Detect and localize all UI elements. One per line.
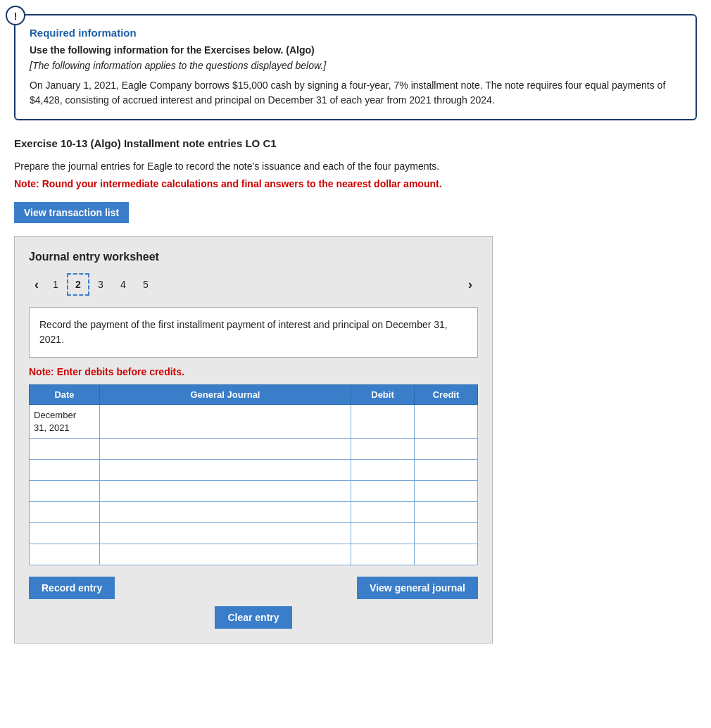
date-cell: December 31, 2021 <box>30 405 100 439</box>
debit-input[interactable] <box>356 465 410 475</box>
journal-input[interactable] <box>104 507 346 517</box>
info-box: ! Required information Use the following… <box>14 14 697 120</box>
entry-note: Note: Enter debits before credits. <box>29 366 478 377</box>
debit-cell[interactable] <box>351 481 415 502</box>
tab-1[interactable]: 1 <box>44 273 67 296</box>
table-row <box>30 481 478 502</box>
info-box-italic: [The following information applies to th… <box>30 60 681 71</box>
journal-cell[interactable] <box>100 481 351 502</box>
tab-5[interactable]: 5 <box>134 273 157 296</box>
debit-input[interactable] <box>356 486 410 496</box>
credit-input[interactable] <box>419 549 473 560</box>
credit-cell[interactable] <box>415 523 478 544</box>
table-row <box>30 544 478 565</box>
credit-cell[interactable] <box>415 405 478 439</box>
view-general-journal-button[interactable]: View general journal <box>357 577 478 599</box>
debit-input[interactable] <box>356 549 410 560</box>
credit-input[interactable] <box>419 486 473 496</box>
view-transaction-button[interactable]: View transaction list <box>14 202 129 223</box>
debit-input[interactable] <box>356 528 410 539</box>
journal-cell[interactable] <box>100 460 351 481</box>
worksheet-title: Journal entry worksheet <box>29 251 478 263</box>
date-cell <box>30 502 100 523</box>
credit-input[interactable] <box>419 444 473 454</box>
date-cell <box>30 544 100 565</box>
date-cell <box>30 460 100 481</box>
debit-cell[interactable] <box>351 460 415 481</box>
credit-cell[interactable] <box>415 502 478 523</box>
description-box: Record the payment of the first installm… <box>29 307 478 358</box>
credit-input[interactable] <box>419 465 473 475</box>
col-header-credit: Credit <box>415 385 478 405</box>
tab-4[interactable]: 4 <box>112 273 134 296</box>
credit-input[interactable] <box>419 528 473 539</box>
col-header-date: Date <box>30 385 100 405</box>
date-cell <box>30 481 100 502</box>
journal-input[interactable] <box>104 528 346 539</box>
exercise-title: Exercise 10-13 (Algo) Installment note e… <box>14 137 697 149</box>
journal-cell[interactable] <box>100 523 351 544</box>
table-row <box>30 460 478 481</box>
table-row: December 31, 2021 <box>30 405 478 439</box>
credit-cell[interactable] <box>415 439 478 460</box>
col-header-journal: General Journal <box>100 385 351 405</box>
credit-input[interactable] <box>419 507 473 517</box>
journal-input[interactable] <box>104 486 346 496</box>
debit-cell[interactable] <box>351 544 415 565</box>
journal-cell[interactable] <box>100 439 351 460</box>
clear-entry-row: Clear entry <box>29 606 478 629</box>
credit-cell[interactable] <box>415 544 478 565</box>
debit-cell[interactable] <box>351 439 415 460</box>
info-box-subtitle: Use the following information for the Ex… <box>30 44 681 56</box>
tab-navigation: ‹ 1 2 3 4 5 › <box>29 273 478 296</box>
info-box-body: On January 1, 2021, Eagle Company borrow… <box>30 78 681 108</box>
alert-icon: ! <box>6 6 25 25</box>
debit-cell[interactable] <box>351 405 415 439</box>
debit-input[interactable] <box>356 444 410 454</box>
journal-cell[interactable] <box>100 405 351 439</box>
journal-input[interactable] <box>104 465 346 475</box>
table-row <box>30 439 478 460</box>
tab-2[interactable]: 2 <box>67 273 89 296</box>
credit-cell[interactable] <box>415 481 478 502</box>
record-entry-button[interactable]: Record entry <box>29 577 115 599</box>
journal-cell[interactable] <box>100 502 351 523</box>
clear-entry-button[interactable]: Clear entry <box>215 606 291 629</box>
tab-prev-arrow[interactable]: ‹ <box>29 277 44 292</box>
credit-cell[interactable] <box>415 460 478 481</box>
table-row <box>30 502 478 523</box>
debit-cell[interactable] <box>351 502 415 523</box>
journal-table: Date General Journal Debit Credit Decemb… <box>29 384 478 565</box>
date-cell <box>30 523 100 544</box>
exercise-note: Note: Round your intermediate calculatio… <box>14 178 697 189</box>
tab-next-arrow[interactable]: › <box>463 277 478 292</box>
journal-input[interactable] <box>104 416 346 427</box>
debit-input[interactable] <box>356 507 410 517</box>
worksheet-panel: Journal entry worksheet ‹ 1 2 3 4 5 › Re… <box>14 236 493 644</box>
debit-cell[interactable] <box>351 523 415 544</box>
journal-cell[interactable] <box>100 544 351 565</box>
debit-input[interactable] <box>356 416 410 427</box>
col-header-debit: Debit <box>351 385 415 405</box>
journal-input[interactable] <box>104 444 346 454</box>
date-cell <box>30 439 100 460</box>
table-row <box>30 523 478 544</box>
journal-input[interactable] <box>104 549 346 560</box>
exercise-instructions: Prepare the journal entries for Eagle to… <box>14 159 697 174</box>
buttons-row: Record entry View general journal <box>29 577 478 599</box>
tab-3[interactable]: 3 <box>89 273 112 296</box>
info-box-title: Required information <box>30 27 681 39</box>
credit-input[interactable] <box>419 416 473 427</box>
